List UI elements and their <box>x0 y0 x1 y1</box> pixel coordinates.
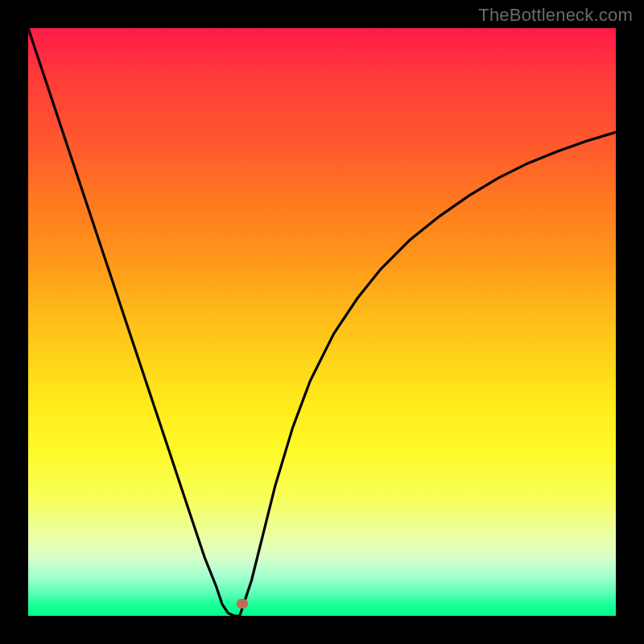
tip-marker <box>237 599 248 609</box>
curve-path <box>28 28 616 616</box>
plot-area <box>28 28 616 616</box>
watermark-text: TheBottleneck.com <box>478 5 633 26</box>
bottleneck-curve <box>28 28 616 616</box>
chart-frame: TheBottleneck.com <box>0 0 644 644</box>
